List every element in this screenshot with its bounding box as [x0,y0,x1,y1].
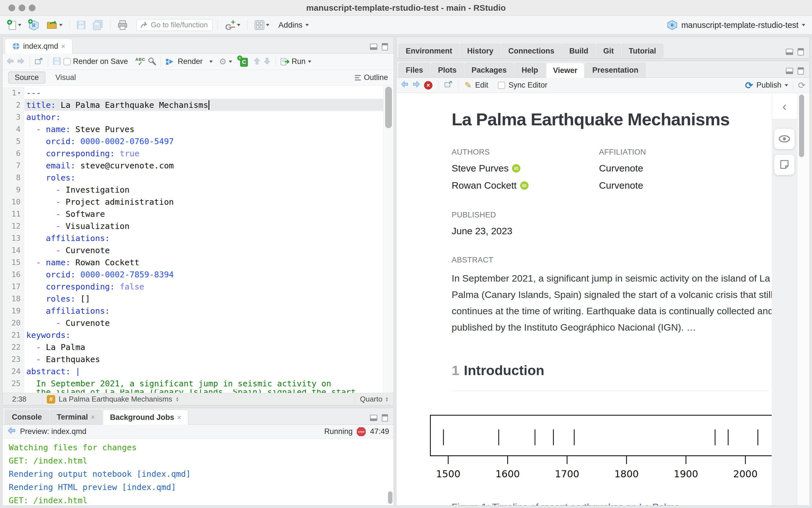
tab-terminal[interactable]: Terminal× [50,410,102,424]
fold-arrow-icon[interactable]: ▾ [17,90,21,96]
source-mode-button[interactable]: Source [8,72,45,84]
code-line-9[interactable]: 9 - Investigation [3,183,383,196]
nav-back-button[interactable] [6,57,14,66]
tab-index-qmd[interactable]: index.qmd × [5,39,72,53]
code-line-21[interactable]: 21keywords: [3,329,383,341]
new-project-button[interactable]: R [26,18,42,32]
save-button[interactable] [75,18,88,32]
tab-git[interactable]: Git [596,44,621,58]
tab-packages[interactable]: Packages [464,63,514,77]
viewer-back-button[interactable] [400,80,409,90]
code-line-4[interactable]: 4 - name: Steve Purves [3,123,383,135]
code-line-1[interactable]: 1▾--- [3,87,383,99]
viewer-scrollbar[interactable] [797,93,809,505]
print-button[interactable] [116,18,130,32]
code-line-25[interactable]: 25 In September 2021, a significant jump… [3,377,383,389]
maximize-pane-icon[interactable] [381,43,389,50]
code-line-12[interactable]: 12 - Visualization [3,220,383,232]
console-scrollbar-thumb[interactable] [388,492,393,504]
publish-button[interactable]: Publish [757,81,781,90]
annotation-button[interactable] [774,154,795,175]
new-file-button[interactable] [5,18,23,32]
tab-background-jobs[interactable]: Background Jobs× [103,410,188,425]
console-output[interactable]: Watching files for changesGET: /index.ht… [3,439,394,505]
code-line-2[interactable]: 2title: La Palma Earthquake Mechanisms [3,99,383,111]
code-line-8[interactable]: 8 roles: [3,171,383,183]
code-line-18[interactable]: 18 roles: [] [3,293,383,305]
run-caret-icon[interactable] [308,60,311,63]
section-navigator[interactable]: # La Palma Earthquake Mechanisms ▲▼ [42,393,355,405]
viewer-forward-button[interactable] [412,80,421,90]
tab-files[interactable]: Files [399,63,430,77]
tab-close-icon[interactable]: × [61,42,65,51]
orcid-icon[interactable]: iD [520,181,529,190]
code-line-6[interactable]: 6 corresponding: true [3,147,383,159]
preview-visibility-button[interactable] [774,128,795,149]
maximize-pane-icon[interactable] [797,48,805,55]
code-line-15[interactable]: 15 - name: Rowan Cockett [3,256,383,268]
code-line-10[interactable]: 10 - Project administration [3,196,383,208]
minimize-pane-icon[interactable] [369,43,378,50]
code-line-11[interactable]: 11 - Software [3,208,383,220]
code-line-16[interactable]: 16 orcid: 0000-0002-7859-8394 [3,268,383,281]
document-mode-selector[interactable]: Quarto ▲▼ [355,393,394,405]
code-line-24[interactable]: 24abstract: | [3,365,383,377]
preview-back-button[interactable] [7,426,16,437]
code-line-clipped[interactable]: the island of La Palma (Canary Islands, … [3,389,383,393]
code-line-13[interactable]: 13 affiliations: [3,232,383,244]
tab-viewer[interactable]: Viewer [546,63,584,78]
visual-mode-button[interactable]: Visual [53,72,79,83]
project-switcher[interactable]: R manuscript-template-rstudio-test [666,16,805,34]
editor-scrollbar-thumb[interactable] [385,87,392,128]
refresh-viewer-icon[interactable]: ⟳ [793,81,806,90]
open-file-button[interactable] [44,18,64,32]
orcid-icon[interactable]: iD [512,164,520,173]
collapse-panel-button[interactable]: ‹ [772,93,797,119]
find-replace-button[interactable] [148,57,156,67]
stop-job-button[interactable]: STOP [356,427,366,436]
nav-forward-button[interactable] [16,57,25,66]
code-editor[interactable]: 1▾---2title: La Palma Earthquake Mechani… [3,86,394,393]
code-line-5[interactable]: 5 orcid: 0000-0002-0760-5497 [3,135,383,147]
tab-help[interactable]: Help [515,63,545,77]
tab-connections[interactable]: Connections [501,44,562,58]
render-on-save-checkbox[interactable] [64,58,71,65]
tab-console[interactable]: Console [5,410,49,424]
code-line-23[interactable]: 23 - Earthquakes [3,353,383,365]
edit-pencil-icon[interactable]: ✎ [464,81,472,90]
code-line-7[interactable]: 7 email: steve@curvenote.com [3,159,383,171]
spellcheck-button[interactable]: ABC ✓ [135,57,146,66]
tab-presentation[interactable]: Presentation [585,63,646,77]
render-button[interactable]: Render [165,57,203,66]
maximize-pane-icon[interactable] [797,67,805,75]
run-button[interactable]: Run [280,57,306,66]
viewer-scrollbar-thumb[interactable] [799,95,804,157]
publish-caret-icon[interactable] [785,84,788,86]
addins-button[interactable]: Addins [274,18,311,32]
goto-file-input[interactable]: Go to file/function [136,19,212,31]
render-options-gear-icon[interactable]: ⚙ [219,57,227,66]
code-line-14[interactable]: 14 - Curvenote [3,244,383,256]
tab-history[interactable]: History [460,44,500,58]
code-line-19[interactable]: 19 affiliations: [3,305,383,317]
tab-close-icon[interactable]: × [177,413,181,422]
tab-tutorial[interactable]: Tutorial [622,44,663,58]
viewer-popout-button[interactable] [444,80,453,90]
editor-scrollbar[interactable] [383,86,394,393]
tab-build[interactable]: Build [562,44,596,58]
tab-plots[interactable]: Plots [431,63,464,77]
save-all-button[interactable] [90,18,105,32]
code-line-17[interactable]: 17 corresponding: false [3,281,383,293]
tab-close-icon[interactable]: × [91,413,95,422]
popout-button[interactable] [34,57,43,66]
maximize-pane-icon[interactable] [381,414,389,422]
minimize-pane-icon[interactable] [369,414,378,422]
tab-environment[interactable]: Environment [399,44,459,58]
code-line-22[interactable]: 22 - La Palma [3,341,383,353]
go-next-section-button[interactable] [263,57,271,67]
go-prev-section-button[interactable] [253,57,261,67]
outline-toggle-button[interactable]: Outline [355,73,388,82]
sync-editor-checkbox[interactable] [498,82,505,89]
save-file-button[interactable] [53,57,61,67]
minimize-pane-icon[interactable] [785,67,794,75]
